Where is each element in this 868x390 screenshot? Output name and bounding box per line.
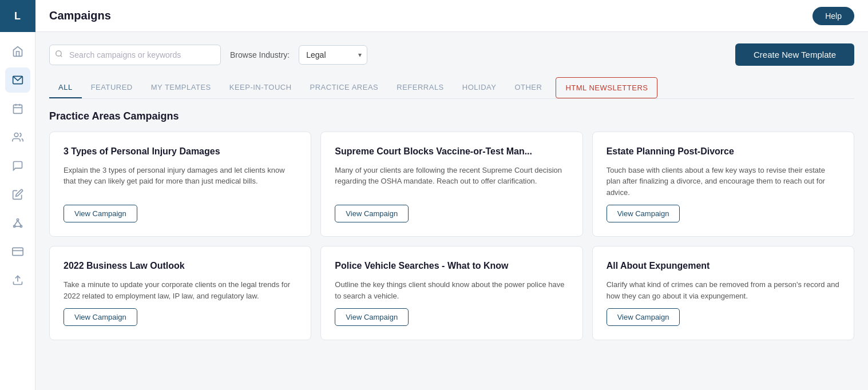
toolbar: Browse Industry: Legal Healthcare Financ… bbox=[49, 43, 854, 66]
sidebar-item-email[interactable] bbox=[5, 67, 30, 93]
view-campaign-button[interactable]: View Campaign bbox=[64, 308, 137, 326]
tab-featured[interactable]: FEATURED bbox=[82, 77, 142, 98]
search-wrapper bbox=[49, 45, 221, 65]
svg-point-6 bbox=[17, 219, 18, 221]
search-icon bbox=[55, 50, 63, 60]
campaign-card: Supreme Court Blocks Vaccine-or-Test Man… bbox=[320, 132, 582, 237]
tab-all[interactable]: ALL bbox=[49, 77, 82, 98]
view-campaign-button[interactable]: View Campaign bbox=[607, 205, 680, 222]
tab-referrals[interactable]: REFERRALS bbox=[387, 77, 453, 98]
create-template-button[interactable]: Create New Template bbox=[735, 43, 854, 66]
sidebar-logo[interactable]: L bbox=[0, 0, 35, 32]
campaign-description: Clarify what kind of crimes can be remov… bbox=[607, 279, 840, 301]
sidebar-item-chat[interactable] bbox=[5, 153, 30, 178]
svg-rect-1 bbox=[13, 105, 22, 113]
tab-other[interactable]: OTHER bbox=[505, 77, 551, 98]
campaign-title: Supreme Court Blocks Vaccine-or-Test Man… bbox=[335, 146, 568, 158]
campaign-card: 3 Types of Personal Injury DamagesExplai… bbox=[49, 132, 311, 237]
tabs-bar: ALL FEATURED MY TEMPLATES KEEP-IN-TOUCH … bbox=[49, 77, 854, 99]
svg-line-9 bbox=[14, 221, 18, 225]
header: Campaigns Help bbox=[35, 0, 868, 32]
view-campaign-button[interactable]: View Campaign bbox=[335, 205, 409, 222]
campaign-title: Estate Planning Post-Divorce bbox=[607, 146, 840, 158]
page-title: Campaigns bbox=[49, 9, 111, 22]
tab-holiday[interactable]: HOLIDAY bbox=[453, 77, 506, 98]
campaigns-grid: 3 Types of Personal Injury DamagesExplai… bbox=[49, 132, 854, 340]
view-campaign-button[interactable]: View Campaign bbox=[607, 308, 680, 326]
campaign-description: Outline the key things client should kno… bbox=[335, 279, 568, 301]
sidebar-item-edit[interactable] bbox=[5, 182, 30, 207]
tab-my-templates[interactable]: MY TEMPLATES bbox=[142, 77, 220, 98]
sidebar-item-billing[interactable] bbox=[5, 239, 30, 264]
campaign-card: 2022 Business Law OutlookTake a minute t… bbox=[49, 246, 311, 340]
campaign-description: Take a minute to update your corporate c… bbox=[64, 279, 297, 301]
svg-point-5 bbox=[14, 133, 18, 137]
campaign-title: Police Vehicle Searches - What to Know bbox=[335, 260, 568, 272]
campaign-description: Explain the 3 types of personal injury d… bbox=[64, 165, 297, 198]
campaign-card: All About ExpungementClarify what kind o… bbox=[592, 246, 854, 340]
main-content: Campaigns Help Browse Industry: Legal He… bbox=[35, 0, 868, 390]
view-campaign-button[interactable]: View Campaign bbox=[335, 308, 409, 326]
sidebar: L bbox=[0, 0, 35, 390]
tab-practice-areas[interactable]: PRACTICE AREAS bbox=[301, 77, 388, 98]
svg-point-15 bbox=[56, 50, 61, 55]
campaign-card: Police Vehicle Searches - What to KnowOu… bbox=[320, 246, 582, 340]
svg-line-16 bbox=[61, 55, 62, 57]
section-title: Practice Areas Campaigns bbox=[49, 110, 854, 122]
campaign-description: Many of your clients are following the r… bbox=[335, 165, 568, 198]
sidebar-item-contacts[interactable] bbox=[5, 125, 30, 150]
tab-html-newsletters[interactable]: HTML NEWSLETTERS bbox=[556, 77, 657, 98]
browse-label: Browse Industry: bbox=[230, 50, 290, 59]
help-button[interactable]: Help bbox=[812, 7, 854, 25]
sidebar-item-calendar[interactable] bbox=[5, 96, 30, 121]
sidebar-item-home[interactable] bbox=[5, 39, 30, 64]
campaign-title: 3 Types of Personal Injury Damages bbox=[64, 146, 297, 158]
content-area: Browse Industry: Legal Healthcare Financ… bbox=[35, 32, 868, 390]
industry-select[interactable]: Legal Healthcare Finance Real Estate Oth… bbox=[299, 45, 367, 65]
search-input[interactable] bbox=[49, 45, 221, 65]
campaign-title: All About Expungement bbox=[607, 260, 840, 272]
campaign-description: Touch base with clients about a few key … bbox=[607, 165, 840, 198]
campaign-title: 2022 Business Law Outlook bbox=[64, 260, 297, 272]
campaign-card: Estate Planning Post-DivorceTouch base w… bbox=[592, 132, 854, 237]
svg-rect-12 bbox=[12, 248, 22, 255]
sidebar-item-export[interactable] bbox=[5, 268, 30, 293]
industry-select-wrapper: Legal Healthcare Finance Real Estate Oth… bbox=[299, 45, 367, 65]
tab-keep-in-touch[interactable]: KEEP-IN-TOUCH bbox=[220, 77, 301, 98]
view-campaign-button[interactable]: View Campaign bbox=[64, 205, 137, 222]
svg-line-10 bbox=[18, 221, 21, 225]
sidebar-nav bbox=[0, 32, 35, 300]
sidebar-item-network[interactable] bbox=[5, 210, 30, 236]
